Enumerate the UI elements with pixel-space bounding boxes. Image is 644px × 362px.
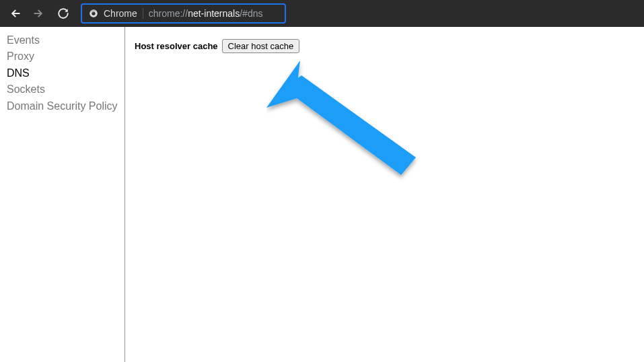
url-text: chrome://net-internals/#dns [149, 8, 263, 19]
back-button[interactable] [5, 4, 24, 23]
host-resolver-cache-label: Host resolver cache [135, 41, 218, 51]
host-resolver-cache-section: Host resolver cache Clear host cache [135, 39, 635, 53]
clear-host-cache-button[interactable]: Clear host cache [222, 39, 300, 53]
sidebar-item-domain-security-policy[interactable]: Domain Security Policy [0, 98, 124, 114]
reload-button[interactable] [54, 4, 73, 23]
main-panel: Host resolver cache Clear host cache [125, 27, 644, 362]
sidebar-item-proxy[interactable]: Proxy [0, 48, 124, 65]
chrome-icon [89, 9, 98, 18]
browser-toolbar: Chrome chrome://net-internals/#dns [0, 0, 644, 27]
content-area: Events Proxy DNS Sockets Domain Security… [0, 27, 644, 362]
url-scheme-label: Chrome [104, 8, 137, 19]
sidebar-item-sockets[interactable]: Sockets [0, 81, 124, 98]
svg-marker-5 [284, 75, 416, 175]
address-bar[interactable]: Chrome chrome://net-internals/#dns [81, 3, 286, 24]
url-separator [143, 8, 143, 19]
sidebar: Events Proxy DNS Sockets Domain Security… [0, 27, 125, 362]
sidebar-item-events[interactable]: Events [0, 32, 124, 48]
sidebar-item-dns[interactable]: DNS [0, 65, 124, 81]
annotation-arrow-icon [266, 61, 428, 182]
svg-marker-4 [266, 61, 303, 108]
forward-button[interactable] [30, 4, 48, 23]
